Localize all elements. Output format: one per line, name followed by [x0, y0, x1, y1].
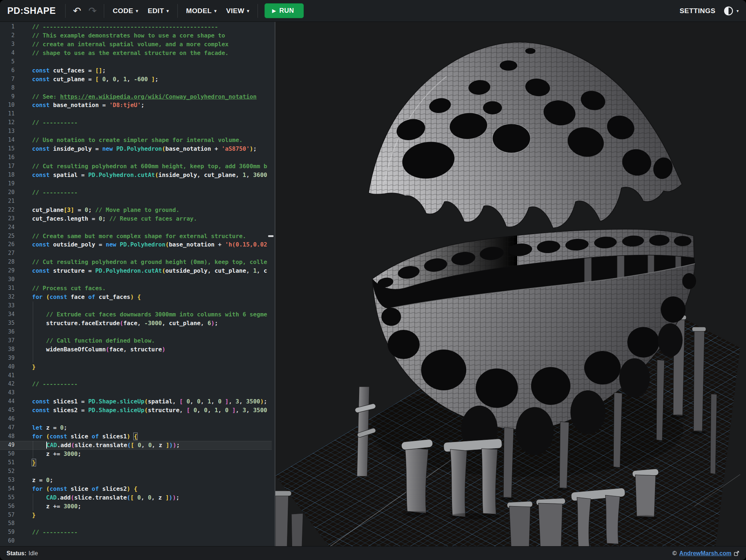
code-line[interactable]: 2// This example demonstrates how to use… — [0, 31, 272, 40]
code-line[interactable]: 36 — [0, 328, 272, 336]
code-line[interactable]: 6const cut_faces = []; — [0, 66, 272, 75]
code-line[interactable]: 23cut_faces.length = 0; // Reuse cut fac… — [0, 214, 272, 223]
code-line[interactable]: 29const structure = PD.Polyhedron.cutAt(… — [0, 267, 272, 275]
code-line[interactable]: 35 structure.faceExtrude(face, -3000, cu… — [0, 319, 272, 328]
line-number: 11 — [0, 110, 23, 118]
code-line[interactable]: 16 — [0, 153, 272, 162]
code-line[interactable]: 51} — [0, 458, 272, 467]
theme-toggle-button[interactable]: ▾ — [720, 4, 746, 18]
code-line[interactable]: 59// ---------- — [0, 528, 272, 537]
code-line[interactable]: 44const slices1 = PD.Shape.sliceUp(spati… — [0, 397, 272, 406]
code-line[interactable]: 1// ------------------------------------… — [0, 23, 272, 31]
code-line[interactable]: 47let z = 0; — [0, 423, 272, 432]
code-line[interactable]: 31// Process cut faces. — [0, 284, 272, 293]
code-line[interactable]: 53z = 0; — [0, 476, 272, 485]
settings-button[interactable]: SETTINGS — [675, 4, 720, 18]
redo-button[interactable]: ↷ — [85, 4, 101, 17]
code-line[interactable]: 55 CAD.add(slice.translate([ 0, 0, z ]))… — [0, 493, 272, 502]
line-content: structure.faceExtrude(face, -3000, cut_p… — [23, 319, 272, 328]
menu-view[interactable]: VIEW▾ — [221, 4, 254, 18]
code-line[interactable]: 14// Use notation to create simpler shap… — [0, 136, 272, 145]
line-number: 27 — [0, 249, 23, 258]
viewport-3d[interactable] — [275, 22, 746, 546]
code-line[interactable]: 27 — [0, 249, 272, 258]
code-line[interactable]: 21 — [0, 197, 272, 206]
scrollbar-marker[interactable] — [268, 235, 274, 237]
run-button[interactable]: ▶ RUN — [264, 3, 304, 18]
code-line[interactable]: 58 — [0, 519, 272, 528]
code-line[interactable]: 56 z += 3000; — [0, 502, 272, 511]
code-line[interactable]: 60 — [0, 537, 272, 545]
code-line[interactable]: 46 — [0, 415, 272, 423]
code-line[interactable]: 11 — [0, 110, 272, 118]
copyright-icon: © — [672, 550, 677, 557]
line-content: widenBaseOfColumn(face, structure) — [23, 345, 272, 354]
code-line[interactable]: 22cut_plane[3] = 0; // Move plane to gro… — [0, 206, 272, 214]
code-line[interactable]: 33 — [0, 301, 272, 310]
code-line[interactable]: 17// Cut resulting polyhedron at 600mm h… — [0, 162, 272, 171]
code-line[interactable]: 28// Cut resulting polyhedron at ground … — [0, 258, 272, 267]
line-content: const spatial = PD.Polyhedron.cutAt(insi… — [23, 171, 272, 180]
undo-icon: ↶ — [73, 5, 81, 16]
line-number: 21 — [0, 197, 23, 206]
menu-edit[interactable]: EDIT▾ — [143, 4, 173, 18]
code-line[interactable]: 5 — [0, 58, 272, 66]
code-line[interactable]: 57} — [0, 511, 272, 520]
code-line[interactable]: 37 // Call function defined below. — [0, 336, 272, 345]
menu-code[interactable]: CODE▾ — [108, 4, 143, 18]
code-line[interactable]: 41 — [0, 371, 272, 380]
code-line[interactable]: 3// create an internal spatial volume, a… — [0, 40, 272, 49]
code-line[interactable]: 9// See: https://en.wikipedia.org/wiki/C… — [0, 92, 272, 101]
toolbar-separator — [258, 4, 258, 18]
line-content — [23, 58, 272, 66]
code-line[interactable]: 4// shape to use as the external structu… — [0, 49, 272, 58]
code-line[interactable]: 42// ---------- — [0, 380, 272, 389]
line-content: const cut_plane = [ 0, 0, 1, -600 ]; — [23, 75, 272, 84]
menu-model[interactable]: MODEL▾ — [181, 4, 221, 18]
code-line[interactable]: 43 — [0, 389, 272, 397]
code-line[interactable]: 12// ---------- — [0, 118, 272, 127]
line-content: cut_faces.length = 0; // Reuse cut faces… — [23, 214, 272, 223]
code-line[interactable]: 50 z += 3000; — [0, 450, 272, 458]
code-line[interactable]: 54for (const slice of slices2) { — [0, 485, 272, 493]
code-line[interactable]: 38 widenBaseOfColumn(face, structure) — [0, 345, 272, 354]
code-line[interactable]: 49 CAD.add(slice.translate([ 0, 0, z ]))… — [0, 441, 272, 450]
code-line[interactable]: 13 — [0, 127, 272, 136]
code-line[interactable]: 24 — [0, 223, 272, 232]
line-content — [23, 223, 272, 232]
code-line[interactable]: 52 — [0, 467, 272, 476]
code-line[interactable]: 39 — [0, 354, 272, 363]
line-content: const outside_poly = new PD.Polyhedron(b… — [23, 240, 272, 249]
author-link[interactable]: AndrewMarsh.com — [679, 550, 731, 557]
line-number: 43 — [0, 389, 23, 397]
line-number: 18 — [0, 171, 23, 180]
code-line[interactable]: 40} — [0, 363, 272, 371]
code-line[interactable]: 32for (const face of cut_faces) { — [0, 293, 272, 301]
line-content: // Use notation to create simpler shape … — [23, 136, 272, 145]
line-number: 46 — [0, 415, 23, 423]
line-content: for (const slice of slices2) { — [23, 485, 272, 493]
line-number: 20 — [0, 188, 23, 197]
status-text: Status:Idle — [7, 550, 38, 557]
line-number: 17 — [0, 162, 23, 171]
menu-code-label: CODE — [113, 7, 133, 15]
code-line[interactable]: 48for (const slice of slices1) { — [0, 432, 272, 441]
chevron-down-icon: ▾ — [247, 8, 249, 13]
line-number: 58 — [0, 519, 23, 528]
undo-button[interactable]: ↶ — [69, 4, 85, 17]
line-content — [23, 371, 272, 380]
code-line[interactable]: 34 // Extrude cut faces downwards 3000mm… — [0, 310, 272, 319]
code-editor-panel[interactable]: 1// ------------------------------------… — [0, 22, 275, 546]
code-line[interactable]: 30 — [0, 275, 272, 284]
code-line[interactable]: 19 — [0, 180, 272, 188]
code-line[interactable]: 15const inside_poly = new PD.Polyhedron(… — [0, 145, 272, 153]
code-line[interactable]: 10const base_notation = 'D8:tjeU'; — [0, 101, 272, 110]
code-line[interactable]: 7const cut_plane = [ 0, 0, 1, -600 ]; — [0, 75, 272, 84]
code-line[interactable]: 45const slices2 = PD.Shape.sliceUp(struc… — [0, 406, 272, 415]
code-line[interactable]: 8 — [0, 84, 272, 92]
code-line[interactable]: 18const spatial = PD.Polyhedron.cutAt(in… — [0, 171, 272, 180]
code-line[interactable]: 20// ---------- — [0, 188, 272, 197]
app-window: PD:SHAPE ↶ ↷ CODE▾ EDIT▾ MODEL▾ VIEW▾ ▶ … — [0, 0, 746, 560]
code-line[interactable]: 25// Create same but more complex shape … — [0, 232, 272, 241]
code-line[interactable]: 26const outside_poly = new PD.Polyhedron… — [0, 240, 272, 249]
